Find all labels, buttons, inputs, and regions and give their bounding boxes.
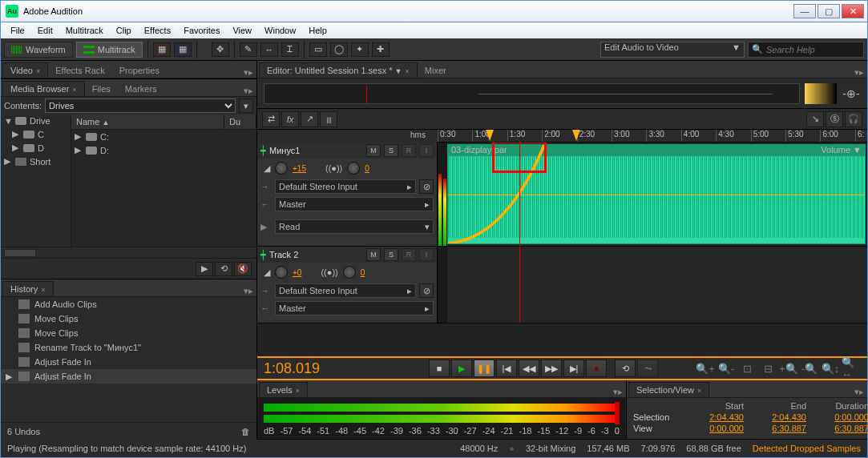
tab-files[interactable]: Files <box>85 82 118 96</box>
pause-button[interactable]: ❚❚ <box>474 360 495 377</box>
track-lane[interactable] <box>447 247 867 323</box>
output-select[interactable]: Master▸ <box>275 197 434 211</box>
view-duration[interactable]: 6:30.887 <box>813 424 868 433</box>
list-hscroll[interactable] <box>1 247 256 258</box>
maximize-button[interactable]: ▢ <box>818 4 840 18</box>
tool-b[interactable]: ⓢ <box>826 111 843 127</box>
drive-tree[interactable]: ▼Drive ▶C ▶D ▶Short <box>1 114 71 247</box>
goto-next-button[interactable]: ▶| <box>563 360 584 377</box>
time-ruler[interactable]: hms 0:30 1:00 1:30 2:00 2:30 3:00 3:30 4… <box>438 130 867 143</box>
rewind-button[interactable]: ◀◀ <box>519 360 539 377</box>
status-warning[interactable]: Detected Dropped Samples <box>753 444 861 453</box>
view-start[interactable]: 0:00.000 <box>688 424 744 433</box>
panel-menu-icon[interactable]: ▾▸ <box>612 387 624 397</box>
panel-menu-icon[interactable]: ▾▸ <box>853 387 866 397</box>
waveform-mode-button[interactable]: Waveform <box>4 42 73 58</box>
tab-editor[interactable]: Editor: Untitled Session 1.sesx * ▼× <box>259 62 418 78</box>
menu-multitrack[interactable]: Multitrack <box>59 24 110 37</box>
contents-select[interactable]: Drives <box>45 98 236 113</box>
close-button[interactable]: ✕ <box>842 4 864 18</box>
zoom-in-time-button[interactable]: +🔍 <box>779 360 798 376</box>
minimize-button[interactable]: — <box>793 4 816 18</box>
menu-edit[interactable]: Edit <box>31 24 59 37</box>
zoom-reset-icon[interactable]: -⊕- <box>842 87 861 100</box>
pan-value[interactable]: 0 <box>365 164 369 173</box>
automation-select[interactable]: Read▾ <box>275 219 434 234</box>
slip-tool-button[interactable]: ↔ <box>260 42 278 57</box>
volume-knob[interactable] <box>275 266 288 279</box>
overview-bar[interactable]: -⊕- <box>257 78 867 109</box>
skip-button[interactable]: ⤳ <box>637 360 658 377</box>
forward-button[interactable]: ▶▶ <box>541 360 562 377</box>
zoom-sel-button[interactable]: ⊟ <box>758 360 777 376</box>
panel-menu-icon[interactable]: ▾▸ <box>853 67 866 78</box>
snap-button[interactable]: ⇄ <box>262 111 280 127</box>
timecode-display[interactable]: 1:08.019 <box>264 360 424 377</box>
autoplay-button[interactable]: ⟲ <box>215 262 232 276</box>
solo-button[interactable]: S <box>384 144 398 157</box>
goto-prev-button[interactable]: |◀ <box>496 360 517 377</box>
send-button[interactable]: ↗ <box>301 111 318 127</box>
panel-menu-icon[interactable]: ▾▸ <box>242 86 255 96</box>
tab-levels[interactable]: Levels× <box>259 382 308 397</box>
menu-favorites[interactable]: Favorites <box>177 24 226 37</box>
volume-knob[interactable] <box>275 162 288 175</box>
record-arm-button[interactable]: R <box>402 248 416 261</box>
mute-button[interactable]: M <box>366 248 381 261</box>
playhead[interactable] <box>519 247 520 323</box>
menu-effects[interactable]: Effects <box>138 24 177 37</box>
tab-effects-rack[interactable]: Effects Rack <box>48 63 112 78</box>
tab-mixer[interactable]: Mixer <box>418 63 454 78</box>
panel-menu-icon[interactable]: ▾▸ <box>242 286 255 296</box>
menu-clip[interactable]: Clip <box>110 24 138 37</box>
heal-tool-button[interactable]: ✚ <box>372 42 390 57</box>
brush-tool-button[interactable]: ✦ <box>351 42 369 57</box>
solo-button[interactable]: S <box>384 248 398 261</box>
zoom-out-time-button[interactable]: -🔍 <box>800 360 819 376</box>
play-button[interactable]: ▶ <box>451 360 472 377</box>
overview-waveform[interactable] <box>264 83 800 104</box>
pan-knob[interactable] <box>343 266 356 279</box>
stop-button[interactable]: ■ <box>429 360 450 377</box>
menu-help[interactable]: Help <box>302 24 333 37</box>
lasso-tool-button[interactable]: ◯ <box>330 42 348 57</box>
view-end[interactable]: 6:30.887 <box>750 424 806 433</box>
play-preview-button[interactable]: ▶ <box>196 262 213 276</box>
trash-icon[interactable]: 🗑 <box>241 427 250 436</box>
volume-value[interactable]: +15 <box>293 164 306 173</box>
move-tool-button[interactable]: ✥ <box>212 42 229 57</box>
filter-button[interactable]: ▾ <box>239 98 253 113</box>
tool-c[interactable]: 🎧 <box>845 111 862 127</box>
volume-value[interactable]: +0 <box>293 268 301 277</box>
track-name[interactable]: Минус1 <box>269 146 363 155</box>
tab-markers[interactable]: Markers <box>118 82 164 96</box>
help-search-input[interactable] <box>766 45 860 54</box>
tab-media-browser[interactable]: Media Browser× <box>2 81 85 96</box>
marquee-tool-button[interactable]: ▭ <box>309 42 327 57</box>
file-list[interactable]: Name ▲ Du ▶C: ▶D: <box>71 114 256 247</box>
input-mono-button[interactable]: ⊘ <box>419 283 434 298</box>
pan-knob[interactable] <box>347 162 360 175</box>
zoom-in-amp-button[interactable]: 🔍↕ <box>821 360 840 376</box>
tool-a[interactable]: ↘ <box>806 111 824 127</box>
zoom-full-button[interactable]: ⊡ <box>737 360 757 376</box>
loop-button[interactable]: ⟲ <box>615 360 636 377</box>
monitor-button[interactable]: I <box>419 144 434 157</box>
spectral-pitch-button[interactable]: ▦ <box>174 42 192 57</box>
fx-button[interactable]: fx <box>281 111 299 127</box>
tab-selection-view[interactable]: Selection/View× <box>628 382 709 397</box>
input-select[interactable]: Default Stereo Input▸ <box>275 179 416 194</box>
record-button[interactable]: ● <box>586 360 607 377</box>
selection-duration[interactable]: 0:00.000 <box>813 412 868 422</box>
mute-button[interactable]: M <box>366 144 381 157</box>
zoom-in-button[interactable]: 🔍+ <box>696 360 715 376</box>
loop-button[interactable]: 🔇 <box>234 262 252 276</box>
menu-view[interactable]: View <box>226 24 258 37</box>
track-lane[interactable]: 03-dizplay-parVolume ▼ <box>447 143 867 246</box>
spectral-freq-button[interactable]: ▦ <box>153 42 171 57</box>
zoom-out-amp-button[interactable]: 🔍↔ <box>842 360 861 376</box>
eq-button[interactable]: ⫼ <box>320 111 337 127</box>
history-list[interactable]: Add Audio Clips Move Clips Move Clips Re… <box>1 297 256 422</box>
col-duration[interactable]: Du <box>224 114 256 129</box>
menu-file[interactable]: File <box>4 24 31 37</box>
